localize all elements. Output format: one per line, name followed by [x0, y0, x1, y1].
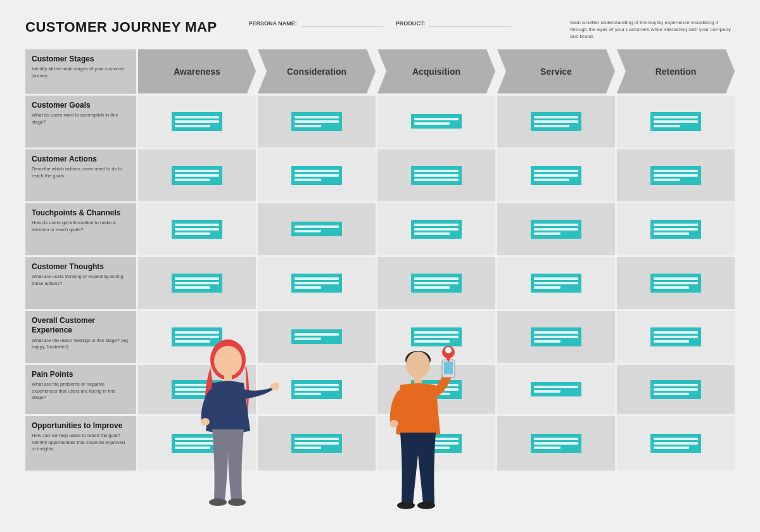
teal-line: [414, 438, 459, 440]
row-label-goals: Customer Goals What do users want to acc…: [25, 96, 136, 148]
teal-line: [414, 118, 459, 120]
row-label-stages: Customer Stages Identify all the main st…: [25, 49, 136, 94]
product-input[interactable]: [429, 19, 511, 27]
goals-cell-retention[interactable]: [617, 96, 735, 148]
goals-cell-awareness[interactable]: [138, 96, 256, 148]
teal-line: [654, 179, 680, 181]
goals-card-retention: [650, 112, 701, 131]
teal-line: [654, 174, 698, 177]
teal-line: [654, 232, 689, 235]
teal-line: [294, 179, 321, 181]
teal-line: [294, 125, 321, 127]
teal-line: [175, 277, 219, 280]
thoughts-cell-awareness[interactable]: [138, 257, 256, 309]
actions-title: Customer Actions: [32, 155, 130, 165]
opportunities-card-retention: [650, 434, 701, 453]
persona-field-group: PERSONA NAME:: [249, 19, 383, 27]
painpoints-cell-awareness[interactable]: [138, 365, 256, 414]
opportunities-cell-retention[interactable]: [617, 416, 735, 471]
teal-line: [175, 336, 219, 338]
teal-line: [654, 442, 698, 445]
thoughts-cell-retention[interactable]: [617, 257, 735, 309]
experience-cell-acquisition[interactable]: [377, 311, 495, 363]
svg-point-17: [397, 502, 415, 509]
teal-line: [534, 282, 578, 284]
actions-cell-retention[interactable]: [617, 149, 735, 201]
page: CUSTOMER JOURNEY MAP PERSONA NAME: PRODU…: [0, 0, 760, 532]
opportunities-cell-awareness[interactable]: [138, 416, 256, 471]
actions-card-acquisition: [411, 166, 462, 185]
opportunities-desc: How can we help users to reach the goal?…: [32, 433, 130, 453]
painpoints-cell-acquisition[interactable]: [377, 365, 495, 414]
painpoints-cell-retention[interactable]: [617, 365, 735, 414]
opportunities-cell-consideration[interactable]: [258, 416, 376, 471]
touchpoints-cell-acquisition[interactable]: [377, 203, 495, 255]
teal-line: [534, 174, 578, 177]
experience-cell-retention[interactable]: [617, 311, 735, 363]
opportunities-cell-service[interactable]: [497, 416, 615, 471]
teal-line: [654, 438, 698, 440]
actions-cell-acquisition[interactable]: [377, 149, 495, 201]
teal-line: [654, 384, 698, 386]
thoughts-cell-service[interactable]: [497, 257, 615, 309]
teal-line: [294, 282, 339, 284]
thoughts-card-awareness: [172, 274, 222, 293]
stage-retention: Retention: [617, 49, 735, 94]
row-label-experience: Overall Customer Experience What are the…: [25, 311, 136, 363]
goals-desc: What do users want to accomplish in this…: [32, 112, 130, 125]
experience-cell-service[interactable]: [497, 311, 615, 363]
thoughts-cell-consideration[interactable]: [258, 257, 376, 309]
experience-card-awareness: [172, 327, 222, 346]
actions-cell-service[interactable]: [497, 149, 615, 201]
teal-line: [414, 170, 459, 172]
painpoints-cell-service[interactable]: [497, 365, 615, 414]
teal-line: [294, 174, 339, 177]
teal-line: [534, 120, 578, 123]
teal-line: [175, 224, 219, 226]
goals-cell-service[interactable]: [497, 96, 615, 148]
touchpoints-cell-awareness[interactable]: [138, 203, 256, 255]
header-description: Gain a better understanding of the buyin…: [570, 19, 735, 41]
goals-cell-consideration[interactable]: [258, 96, 376, 148]
painpoints-cell-consideration[interactable]: [258, 365, 376, 414]
teal-line: [294, 393, 321, 395]
opportunities-cell-acquisition[interactable]: [377, 416, 495, 471]
teal-line: [294, 286, 321, 289]
row-label-actions: Customer Actions Describe which actions …: [25, 149, 136, 201]
teal-line: [654, 393, 689, 395]
stage-consideration: Consideration: [258, 49, 376, 94]
goals-card-consideration: [291, 112, 342, 131]
teal-line: [534, 179, 569, 181]
actions-cell-awareness[interactable]: [138, 149, 256, 201]
opportunities-card-service: [531, 434, 581, 453]
row-label-painpoints: Pain Points What are the problems or neg…: [25, 365, 136, 414]
experience-cell-awareness[interactable]: [138, 311, 256, 363]
teal-line: [414, 224, 459, 226]
experience-title: Overall Customer Experience: [32, 316, 130, 336]
touchpoints-cell-service[interactable]: [497, 203, 615, 255]
teal-line: [414, 446, 450, 449]
teal-line: [654, 116, 698, 118]
thoughts-desc: What are users thinking or expecting dur…: [32, 274, 130, 287]
persona-input[interactable]: [301, 19, 383, 27]
teal-line: [175, 446, 210, 449]
teal-line: [534, 386, 578, 388]
teal-line: [534, 438, 578, 440]
thoughts-cell-acquisition[interactable]: [377, 257, 495, 309]
stages-desc: Identify all the main stages of your cus…: [32, 66, 130, 79]
teal-line: [294, 442, 339, 445]
teal-line: [294, 170, 339, 172]
goals-cell-acquisition[interactable]: [377, 96, 495, 148]
touchpoints-cell-consideration[interactable]: [258, 203, 376, 255]
teal-line: [414, 336, 459, 338]
experience-cell-consideration[interactable]: [258, 311, 376, 363]
teal-line: [534, 232, 560, 235]
touchpoints-cell-retention[interactable]: [617, 203, 735, 255]
teal-line: [414, 340, 450, 343]
teal-line: [654, 340, 689, 343]
actions-cell-consideration[interactable]: [258, 149, 376, 201]
teal-line: [534, 442, 578, 445]
opportunities-card-consideration: [291, 434, 342, 453]
teal-line: [175, 232, 210, 235]
teal-line: [654, 120, 698, 123]
